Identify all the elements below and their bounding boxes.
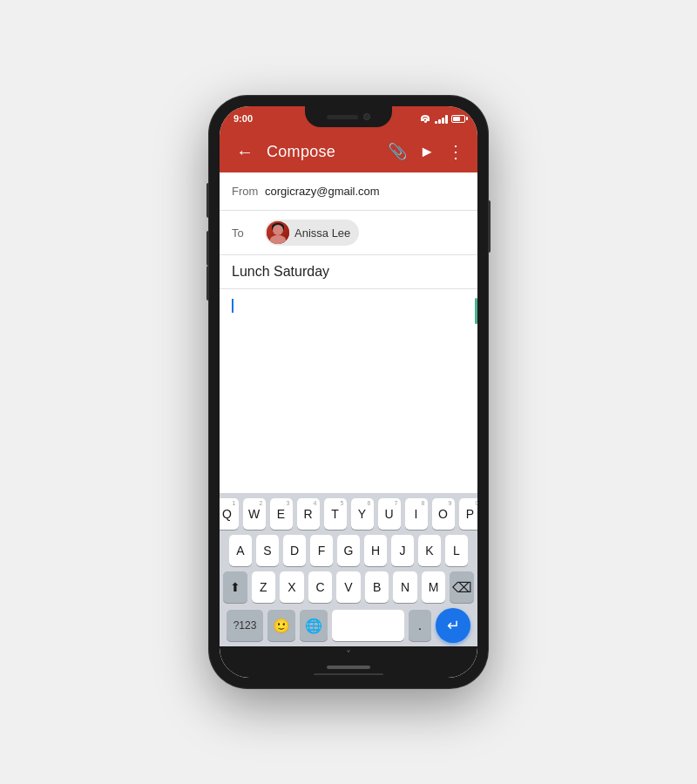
compose-area: From corgicrazy@gmail.com To Anissa Lee bbox=[220, 172, 477, 646]
emoji-key[interactable]: 🙂 bbox=[267, 610, 295, 641]
body-field[interactable] bbox=[220, 289, 477, 493]
battery-icon bbox=[451, 115, 465, 123]
key-o[interactable]: 9O bbox=[432, 498, 455, 530]
wifi-icon bbox=[419, 114, 431, 123]
shift-key[interactable]: ⬆ bbox=[223, 571, 247, 603]
bottom-line bbox=[314, 673, 383, 675]
key-u[interactable]: 7U bbox=[378, 498, 401, 530]
key-j[interactable]: J bbox=[391, 535, 414, 566]
from-field: From corgicrazy@gmail.com bbox=[220, 172, 477, 211]
status-icons bbox=[419, 113, 465, 124]
notch bbox=[305, 106, 392, 127]
home-bar[interactable] bbox=[327, 666, 370, 669]
status-time: 9:00 bbox=[233, 113, 253, 124]
enter-key[interactable]: ↵ bbox=[436, 608, 470, 643]
nav-chevron-icon: ˅ bbox=[346, 649, 351, 661]
key-l[interactable]: L bbox=[445, 535, 468, 566]
key-y[interactable]: 6Y bbox=[351, 498, 374, 530]
delete-key[interactable]: ⌫ bbox=[450, 571, 474, 603]
attach-icon[interactable]: 📎 bbox=[388, 142, 407, 161]
keyboard-row-1: 1Q 2W 3E 4R 5T 6Y 7U 8I 9O 0P bbox=[223, 498, 474, 530]
back-button[interactable]: ← bbox=[232, 142, 258, 162]
app-title: Compose bbox=[267, 143, 379, 161]
signal-icon bbox=[435, 113, 448, 124]
key-t[interactable]: 5T bbox=[324, 498, 347, 530]
keyboard-bottom-row: ?123 🙂 🌐 . ↵ bbox=[223, 608, 474, 643]
key-i[interactable]: 8I bbox=[405, 498, 428, 530]
key-x[interactable]: X bbox=[280, 571, 304, 603]
numbers-key[interactable]: ?123 bbox=[227, 610, 263, 641]
keyboard: 1Q 2W 3E 4R 5T 6Y 7U 8I 9O 0P A S D F bbox=[220, 493, 477, 646]
key-n[interactable]: N bbox=[393, 571, 417, 603]
camera bbox=[363, 113, 370, 120]
keyboard-row-2: A S D F G H J K L bbox=[223, 535, 474, 566]
recipient-name: Anissa Lee bbox=[294, 226, 350, 240]
app-bar: ← Compose 📎 ► ⋮ bbox=[220, 131, 477, 172]
text-cursor bbox=[232, 299, 233, 313]
scroll-indicator bbox=[475, 298, 477, 324]
key-q[interactable]: 1Q bbox=[220, 498, 239, 530]
period-key[interactable]: . bbox=[409, 610, 431, 641]
from-value: corgicrazy@gmail.com bbox=[265, 185, 465, 198]
more-options-icon[interactable]: ⋮ bbox=[447, 141, 465, 162]
globe-key[interactable]: 🌐 bbox=[300, 610, 328, 641]
subject-text: Lunch Saturday bbox=[232, 264, 329, 279]
key-v[interactable]: V bbox=[336, 571, 361, 603]
speaker bbox=[327, 115, 358, 119]
send-icon[interactable]: ► bbox=[419, 143, 435, 161]
status-bar: 9:00 bbox=[220, 106, 477, 131]
to-field[interactable]: To Anissa Lee bbox=[220, 211, 477, 255]
key-w[interactable]: 2W bbox=[243, 498, 266, 530]
phone-screen: 9:00 bbox=[220, 106, 477, 678]
phone-device: 9:00 bbox=[209, 96, 488, 688]
key-d[interactable]: D bbox=[283, 535, 306, 566]
keyboard-row-3: ⬆ Z X C V B N M ⌫ bbox=[223, 571, 474, 603]
from-label: From bbox=[232, 185, 258, 198]
app-bar-actions: 📎 ► ⋮ bbox=[388, 141, 465, 162]
key-a[interactable]: A bbox=[229, 535, 252, 566]
recipient-chip[interactable]: Anissa Lee bbox=[265, 220, 359, 246]
key-e[interactable]: 3E bbox=[270, 498, 293, 530]
home-area: ˅ bbox=[220, 646, 477, 678]
key-r[interactable]: 4R bbox=[297, 498, 320, 530]
key-k[interactable]: K bbox=[418, 535, 441, 566]
to-label: To bbox=[232, 226, 258, 240]
subject-field[interactable]: Lunch Saturday bbox=[220, 255, 477, 289]
avatar bbox=[267, 221, 289, 244]
key-p[interactable]: 0P bbox=[459, 498, 478, 530]
key-s[interactable]: S bbox=[256, 535, 279, 566]
space-key[interactable] bbox=[332, 610, 404, 641]
key-b[interactable]: B bbox=[365, 571, 389, 603]
key-z[interactable]: Z bbox=[252, 571, 276, 603]
key-m[interactable]: M bbox=[422, 571, 446, 603]
key-c[interactable]: C bbox=[308, 571, 333, 603]
key-g[interactable]: G bbox=[337, 535, 360, 566]
key-h[interactable]: H bbox=[364, 535, 387, 566]
key-f[interactable]: F bbox=[310, 535, 333, 566]
